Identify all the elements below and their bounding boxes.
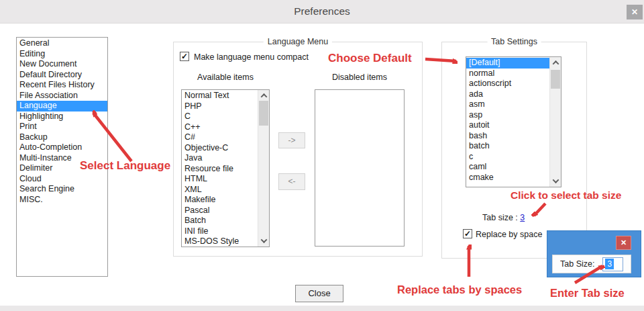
list-item[interactable]: Batch (182, 216, 258, 226)
list-item[interactable]: c (466, 152, 549, 163)
replace-by-space-checkbox[interactable]: ✓ (463, 229, 472, 238)
list-item[interactable]: INI file (182, 226, 258, 237)
language-menu-legend: Language Menu (264, 37, 332, 46)
disabled-items-label: Disabled items (315, 73, 405, 82)
list-item[interactable]: C++ (182, 122, 258, 133)
tab-settings-legend: Tab Settings (487, 37, 541, 46)
scroll-down-icon[interactable] (550, 175, 561, 187)
compact-menu-checkbox[interactable]: ✓ (180, 52, 189, 61)
list-item[interactable]: caml (466, 162, 549, 173)
available-items-listbox: Normal TextPHPCC++C#Objective-CJavaResou… (181, 89, 270, 247)
list-item[interactable]: XML (182, 185, 258, 195)
list-item[interactable]: Backup (17, 132, 107, 143)
list-item[interactable]: normal (466, 69, 549, 79)
list-item[interactable]: actionscript (466, 79, 549, 89)
list-item[interactable]: asp (466, 110, 549, 121)
list-item[interactable]: Normal Text (182, 91, 258, 101)
list-item[interactable]: Highlighting (17, 112, 107, 122)
list-item[interactable]: MS-DOS Style (182, 236, 258, 247)
overlay-close-button[interactable]: ✕ (616, 236, 631, 250)
list-item[interactable]: Resource file (182, 164, 258, 175)
list-item[interactable]: Objective-C (182, 143, 258, 154)
tab-size-label: Tab size : (482, 213, 518, 222)
available-items-label: Available items (181, 73, 270, 82)
overlay-field-row: Tab Size: 3 (552, 255, 631, 273)
move-right-button[interactable]: -> (278, 132, 305, 148)
checkmark-icon: ✓ (464, 229, 471, 238)
list-item[interactable]: bash (466, 131, 549, 142)
list-item[interactable]: Default Directory (17, 70, 107, 81)
list-item[interactable]: Auto-Completion (17, 142, 107, 153)
list-item[interactable]: C (182, 112, 258, 122)
list-item[interactable]: MISC. (17, 195, 107, 206)
list-item[interactable]: Pascal (182, 206, 258, 216)
category-listbox: GeneralEditingNew DocumentDefault Direct… (16, 37, 108, 277)
list-item[interactable]: File Association (17, 91, 107, 101)
tab-size-overlay-dialog: ✕ Tab Size: 3 (547, 230, 641, 277)
tab-size-field-label: Tab Size: (560, 259, 594, 269)
disabled-items-list (315, 91, 404, 246)
preferences-window: Preferences ✕ GeneralEditingNew Document… (0, 0, 644, 311)
annotation-enter-tab-size: Enter Tab size (550, 287, 625, 300)
list-item[interactable]: ada (466, 89, 549, 100)
list-item[interactable]: C# (182, 132, 258, 143)
tab-settings-listbox: [Default]normalactionscriptadaasmaspauto… (466, 56, 561, 187)
annotation-choose-default: Choose Default (328, 52, 412, 65)
list-item[interactable]: PHP (182, 101, 258, 112)
tab-size-row: Tab size : 3 (482, 213, 525, 222)
list-item[interactable]: batch (466, 141, 549, 152)
list-item[interactable]: Language (17, 101, 107, 112)
scroll-down-icon[interactable] (258, 235, 269, 247)
disabled-items-listbox[interactable] (315, 89, 405, 247)
annotation-click-tab-size: Click to select tab size (511, 189, 621, 202)
annotation-select-language: Select Language (80, 159, 170, 173)
category-list: GeneralEditingNew DocumentDefault Direct… (17, 38, 107, 276)
list-item[interactable]: asm (466, 99, 549, 110)
move-left-button[interactable]: <- (278, 173, 305, 190)
list-item[interactable]: Recent Files History (17, 80, 107, 91)
tab-size-input[interactable]: 3 (602, 257, 623, 271)
close-icon: ✕ (631, 7, 638, 17)
list-item[interactable]: [Default] (466, 58, 549, 69)
tab-size-input-value: 3 (605, 259, 614, 269)
list-item[interactable]: Search Engine (17, 184, 107, 195)
list-item[interactable]: Makefile (182, 195, 258, 206)
checkmark-icon: ✓ (181, 52, 188, 61)
available-scrollbar[interactable] (258, 90, 269, 247)
list-item[interactable]: cmake (466, 173, 549, 183)
scrollbar-thumb[interactable] (551, 70, 560, 89)
tab-settings-list: [Default]normalactionscriptadaasmaspauto… (466, 58, 549, 187)
list-item[interactable]: General (17, 38, 107, 49)
scroll-up-icon[interactable] (550, 57, 561, 69)
list-item[interactable]: HTML (182, 174, 258, 185)
list-item[interactable]: Editing (17, 49, 107, 60)
compact-menu-checkbox-label: Make language menu compact (194, 52, 309, 62)
titlebar: Preferences ✕ (0, 0, 644, 23)
list-item[interactable]: Cloud (17, 174, 107, 185)
list-item[interactable]: Print (17, 122, 107, 132)
tab-size-link[interactable]: 3 (520, 213, 525, 222)
list-item[interactable]: autoit (466, 120, 549, 131)
window-close-button[interactable]: ✕ (627, 5, 643, 19)
close-icon: ✕ (621, 238, 627, 247)
close-button[interactable]: Close (295, 285, 343, 302)
list-item[interactable]: New Document (17, 59, 107, 70)
window-title: Preferences (0, 5, 644, 17)
scroll-up-icon[interactable] (258, 90, 269, 101)
list-item[interactable]: Java (182, 153, 258, 164)
scrollbar-thumb[interactable] (259, 101, 268, 126)
replace-by-space-label: Replace by space (476, 230, 542, 239)
tab-settings-scrollbar[interactable] (549, 57, 561, 187)
available-items-list: Normal TextPHPCC++C#Objective-CJavaResou… (182, 91, 258, 247)
annotation-replace-tabs: Replace tabs by spaces (397, 283, 522, 296)
